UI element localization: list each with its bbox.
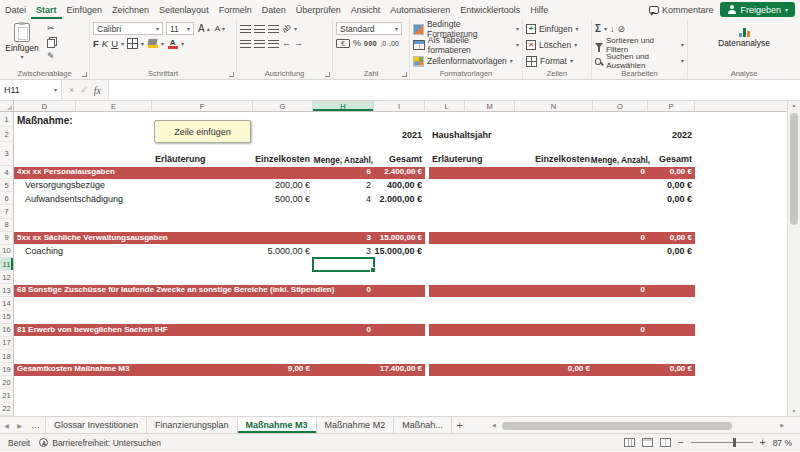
percent-format-button[interactable]: % [353, 39, 361, 48]
align-left-button[interactable] [240, 40, 251, 48]
column-header-G[interactable]: G [253, 101, 313, 111]
ribbon-tab--berpr-fen[interactable]: Überprüfen [291, 0, 346, 19]
sort-filter-button[interactable]: Sortieren und Filtern ▾ [595, 37, 684, 53]
row-header-9[interactable]: 9 [0, 232, 14, 245]
cell-I2[interactable]: 2021 [374, 127, 425, 142]
cell-N3[interactable]: Einzelkosten [515, 142, 593, 166]
ribbon-tab-datei[interactable]: Datei [0, 0, 31, 19]
column-header-H[interactable]: H [313, 101, 374, 111]
scroll-down-icon[interactable]: ▼ [792, 409, 797, 414]
cell-D1[interactable]: Maßnahme: [14, 112, 152, 127]
accessibility-status[interactable]: Barrierefreiheit: Untersuchen [39, 438, 161, 448]
cell-D9[interactable]: 5xx xx Sächliche Verwaltungsausgaben [14, 232, 313, 245]
cell-P2[interactable]: 2022 [648, 127, 695, 142]
cell-P6[interactable]: 0,00 € [648, 192, 695, 205]
cell-G19[interactable]: 9,00 € [253, 363, 313, 376]
fill-button[interactable]: ↓ [610, 25, 615, 34]
cell-H5[interactable]: 2 [313, 179, 374, 192]
zoom-level[interactable]: 87 % [773, 438, 792, 448]
ribbon-tab-seitenlayout[interactable]: Seitenlayout [154, 0, 214, 19]
comma-format-button[interactable]: 000 [364, 40, 377, 47]
ribbon-tab-hilfe[interactable]: Hilfe [525, 0, 553, 19]
row-header-5[interactable]: 5 [0, 179, 14, 192]
row-header-11[interactable]: 11 [0, 258, 14, 271]
row-header-22[interactable]: 22 [0, 403, 14, 416]
scroll-up-icon[interactable]: ▲ [792, 103, 797, 108]
font-size-select[interactable]: 11 ▾ [166, 22, 194, 35]
formula-input[interactable] [109, 80, 800, 100]
ribbon-tab-daten[interactable]: Daten [257, 0, 291, 19]
confirm-entry-icon[interactable]: ✓ [80, 85, 88, 95]
cell-D5[interactable]: Versorgungsbezüge [14, 179, 152, 192]
page-break-view-button[interactable] [660, 438, 671, 447]
cell-O13[interactable]: 0 [593, 284, 648, 297]
cell-D6[interactable]: Aufwandsentschädigung [14, 192, 152, 205]
cell-L2[interactable]: Haushaltsjahr [429, 127, 515, 142]
cell-P19[interactable]: 0,00 € [648, 363, 695, 376]
cell-P4[interactable]: 0,00 € [648, 166, 695, 179]
underline-button[interactable]: U [111, 38, 118, 49]
name-box[interactable]: H11 ▾ [0, 80, 62, 100]
decrease-indent-button[interactable]: ← [282, 39, 291, 48]
cell-I9[interactable]: 15.000,00 € [374, 232, 425, 245]
cell-G5[interactable]: 200,00 € [253, 179, 313, 192]
zoom-in-button[interactable]: + [760, 438, 766, 448]
row-header-16[interactable]: 16 [0, 324, 14, 337]
clear-button[interactable]: ⊘ [618, 25, 626, 34]
ribbon-tab-einf-gen[interactable]: Einfügen [62, 0, 108, 19]
increase-font-button[interactable]: A▴ [197, 23, 211, 34]
sheet-tab-ma-nahme-m3[interactable]: Maßnahme M3 [238, 417, 317, 433]
cell-H16[interactable]: 0 [313, 324, 374, 337]
scroll-left-icon[interactable]: ◀ [492, 422, 496, 428]
cell-O9[interactable]: 0 [593, 232, 648, 245]
ribbon-tab-ansicht[interactable]: Ansicht [346, 0, 386, 19]
column-header-O[interactable]: O [593, 101, 648, 111]
row-header-3[interactable]: 3 [0, 142, 14, 166]
font-name-select[interactable]: Calibri ▾ [93, 22, 163, 35]
row-header-10[interactable]: 10 [0, 245, 14, 258]
font-dialog-launcher[interactable] [229, 72, 234, 77]
cell-I5[interactable]: 400,00 € [374, 179, 425, 192]
cell-G6[interactable]: 500,00 € [253, 192, 313, 205]
column-header-F[interactable]: F [152, 101, 253, 111]
increase-decimal-button[interactable]: ,0 [380, 40, 386, 47]
orientation-button[interactable]: ab [280, 22, 293, 35]
ribbon-tab-entwicklertools[interactable]: Entwicklertools [455, 0, 525, 19]
zeile-einfuegen-button[interactable]: Zeile einfügen [154, 120, 251, 143]
cell-D16[interactable]: 81 Erwerb von beweglichen Sachen IHF [14, 324, 313, 337]
vertical-scroll-thumb[interactable] [790, 113, 798, 225]
format-cells-button[interactable]: Format ▾ [526, 53, 588, 69]
column-header-I[interactable]: I [374, 101, 425, 111]
row-header-17[interactable]: 17 [0, 337, 14, 350]
align-top-button[interactable] [240, 25, 251, 33]
row-header-21[interactable]: 21 [0, 389, 14, 402]
paste-button[interactable]: Einfügen ▾ [3, 21, 41, 61]
row-header-1[interactable]: 1 [0, 112, 14, 127]
sheet-tab-glossar-investitionen[interactable]: Glossar Investitionen [46, 417, 147, 433]
find-select-button[interactable]: Suchen und Auswählen ▾ [595, 53, 684, 69]
insert-function-icon[interactable]: fx [94, 85, 101, 96]
cell-D10[interactable]: Coaching [14, 245, 152, 258]
copy-button[interactable] [47, 39, 55, 48]
cell-H4[interactable]: 6 [313, 166, 374, 179]
ribbon-tab-start[interactable]: Start [31, 0, 62, 19]
row-header-2[interactable]: 2 [0, 127, 14, 142]
delete-cells-button[interactable]: × Löschen ▾ [526, 37, 588, 53]
row-header-8[interactable]: 8 [0, 219, 14, 232]
cell-I3[interactable]: Gesamt [374, 142, 425, 166]
format-as-table-button[interactable]: Als Tabelle formatieren ▾ [413, 37, 519, 53]
zoom-slider-thumb[interactable] [733, 438, 736, 447]
cell-P10[interactable]: 0,00 € [648, 245, 695, 258]
sheet-grid[interactable]: DEFGHILMNOP 1Maßnahme:22021Haushaltsjahr… [0, 101, 787, 416]
decrease-font-button[interactable]: A▾ [214, 24, 226, 33]
sheet-tabs-overflow-button[interactable]: … [26, 417, 46, 433]
row-header-4[interactable]: 4 [0, 166, 14, 179]
row-header-14[interactable]: 14 [0, 297, 14, 310]
row-header-15[interactable]: 15 [0, 311, 14, 324]
cell-G10[interactable]: 5.000,00 € [253, 245, 313, 258]
cell-P3[interactable]: Gesamt [648, 142, 695, 166]
row-header-18[interactable]: 18 [0, 350, 14, 363]
column-header-N[interactable]: N [515, 101, 593, 111]
align-right-button[interactable] [268, 40, 279, 48]
scroll-right-icon[interactable]: ▶ [780, 422, 784, 428]
